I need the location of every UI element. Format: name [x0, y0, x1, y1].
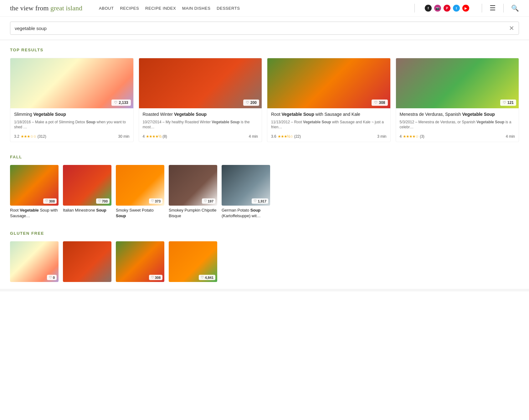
top-card-2-title-bold: Vegetable Soup — [174, 112, 207, 117]
gluten-heart-icon-4: ♡ — [201, 275, 204, 279]
menu-button[interactable]: ☰ — [490, 4, 496, 12]
fall-title: FALL — [10, 155, 519, 159]
top-card-1-body: Slimming Vegetable Soup 1/18/2016 – Make… — [10, 108, 133, 142]
youtube-icon[interactable]: ▶ — [462, 5, 469, 12]
top-card-1-date: 1/18/2016 – — [14, 120, 35, 124]
heart-icon-1: ♡ — [114, 100, 117, 105]
fall-card-1[interactable]: ♡ 308 Root Vegetable Soup with Sausage… — [10, 165, 59, 218]
top-card-3-stars: ★★★½☆ — [278, 134, 293, 139]
social-icons: f 📷 P t ▶ — [425, 5, 469, 12]
top-card-4[interactable]: ♡ 121 Menestra de Verduras, Spanish Vege… — [396, 58, 519, 142]
gluten-card-4[interactable]: ♡ 4,841 — [169, 241, 217, 284]
top-card-1[interactable]: ♡ 2,133 Slimming Vegetable Soup 1/18/201… — [10, 58, 134, 142]
nav-about[interactable]: ABOUT — [99, 6, 114, 11]
top-results-grid: ♡ 2,133 Slimming Vegetable Soup 1/18/201… — [10, 58, 519, 142]
site-logo[interactable]: the view from great island — [10, 4, 91, 12]
gluten-card-1[interactable]: ♡ 0 — [10, 241, 59, 284]
top-card-3-image: ♡ 308 — [267, 58, 390, 108]
search-button[interactable]: 🔍 — [511, 4, 519, 12]
top-card-4-rating-val: 4 — [400, 134, 402, 139]
instagram-icon[interactable]: 📷 — [434, 5, 441, 12]
nav-desserts[interactable]: DESSERTS — [217, 6, 240, 11]
top-card-4-heart[interactable]: ♡ 121 — [500, 100, 516, 106]
top-card-2-review-count: (8) — [162, 134, 167, 139]
gluten-card-3[interactable]: ♡ 308 — [116, 241, 164, 284]
facebook-icon[interactable]: f — [425, 5, 432, 12]
header-divider — [482, 4, 482, 13]
fall-grid: ♡ 308 Root Vegetable Soup with Sausage… … — [10, 165, 519, 218]
top-card-1-rating: 3.2 ★★★☆☆ (312) — [14, 134, 46, 139]
fall-heart-icon-2: ♡ — [98, 199, 101, 203]
twitter-icon[interactable]: t — [453, 5, 460, 12]
gluten-card-2-image — [63, 241, 111, 282]
top-card-3-heart[interactable]: ♡ 308 — [372, 100, 388, 106]
top-card-2-count: 200 — [250, 100, 257, 105]
top-card-4-rating: 4 ★★★★☆ (3) — [400, 134, 424, 139]
top-card-2-title: Roasted Winter Vegetable Soup — [143, 111, 258, 118]
top-card-4-stars: ★★★★☆ — [403, 134, 419, 139]
fall-card-1-heart[interactable]: ♡ 308 — [43, 198, 57, 204]
top-card-2-heart[interactable]: ♡ 200 — [243, 100, 259, 106]
clear-search-button[interactable]: ✕ — [509, 24, 514, 32]
fall-card-3[interactable]: ♡ 373 Smoky Sweet Potato Soup — [116, 165, 164, 218]
top-card-2-body: Roasted Winter Vegetable Soup 10/27/2014… — [139, 108, 262, 142]
fall-card-5-heart[interactable]: ♡ 1,917 — [252, 198, 268, 204]
top-card-4-image: ♡ 121 — [396, 58, 519, 108]
top-card-3-count: 308 — [379, 100, 385, 105]
nav-recipe-index[interactable]: RECIPE INDEX — [145, 6, 176, 11]
nav-recipes[interactable]: RECIPES — [120, 6, 139, 11]
fall-card-2[interactable]: ♡ 700 Italian Minestrone Soup — [63, 165, 111, 218]
gluten-card-1-heart[interactable]: ♡ 0 — [47, 275, 57, 280]
fall-card-5-count: 1,917 — [258, 199, 266, 203]
top-card-3[interactable]: ♡ 308 Root Vegetable Soup with Sausage a… — [267, 58, 391, 142]
search-bar: ✕ — [10, 22, 519, 35]
nav-main-dishes[interactable]: MAIN DISHES — [182, 6, 210, 11]
fall-card-4-title: Smokey Pumpkin Chipotle Bisque — [169, 207, 217, 218]
fall-card-4-heart[interactable]: ♡ 197 — [202, 198, 215, 204]
fall-card-3-image: ♡ 373 — [116, 165, 164, 206]
fall-section: FALL ♡ 308 Root Vegetable Soup with Saus… — [0, 147, 529, 223]
pinterest-icon[interactable]: P — [444, 5, 450, 12]
fall-card-2-title: Italian Minestrone Soup — [63, 207, 111, 213]
top-card-3-body: Root Vegetable Soup with Sausage and Kal… — [267, 108, 390, 142]
fall-heart-icon-3: ♡ — [151, 199, 154, 203]
header-divider2 — [503, 4, 504, 13]
fall-card-3-heart[interactable]: ♡ 373 — [149, 198, 162, 204]
fall-card-1-title: Root Vegetable Soup with Sausage… — [10, 207, 59, 218]
menu-icon: ☰ — [490, 4, 496, 12]
top-card-4-desc: 5/3/2012 – Menestra de Verduras, or Span… — [400, 120, 515, 130]
fall-card-1-image: ♡ 308 — [10, 165, 59, 206]
nav-divider — [414, 4, 415, 13]
gluten-card-3-heart[interactable]: ♡ 308 — [149, 275, 162, 280]
top-card-1-footer: 3.2 ★★★☆☆ (312) 30 min — [14, 134, 130, 139]
search-bar-wrapper: ✕ — [0, 17, 529, 40]
fall-card-2-heart[interactable]: ♡ 700 — [96, 198, 110, 204]
fall-card-5[interactable]: ♡ 1,917 German Potato Soup (Kartoffelsup… — [222, 165, 270, 218]
top-card-4-footer: 4 ★★★★☆ (3) 4 min — [400, 134, 515, 139]
fall-card-2-image: ♡ 700 — [63, 165, 111, 206]
top-card-3-review-count: (22) — [294, 134, 301, 139]
gluten-free-title: GLUTEN FREE — [10, 231, 519, 236]
top-card-4-count: 121 — [507, 100, 514, 105]
fall-card-1-count: 308 — [49, 199, 55, 203]
gluten-card-4-heart[interactable]: ♡ 4,841 — [199, 275, 215, 280]
top-card-1-rating-val: 3.2 — [14, 134, 19, 139]
top-card-3-rating-val: 3.6 — [271, 134, 276, 139]
logo-text-2: great island — [50, 4, 82, 12]
gluten-card-2[interactable] — [63, 241, 111, 284]
search-input[interactable] — [15, 26, 506, 31]
top-card-1-heart[interactable]: ♡ 2,133 — [111, 100, 131, 106]
top-card-1-title: Slimming Vegetable Soup — [14, 111, 130, 118]
top-card-2-rating-val: 4 — [143, 134, 145, 139]
fall-heart-icon-4: ♡ — [204, 199, 207, 203]
top-results-title: TOP RESULTS — [10, 48, 519, 52]
gluten-card-2-img — [63, 241, 111, 282]
top-card-1-stars: ★★★☆☆ — [21, 134, 36, 139]
fall-heart-icon-5: ♡ — [254, 199, 257, 203]
fall-card-4[interactable]: ♡ 197 Smokey Pumpkin Chipotle Bisque — [169, 165, 217, 218]
main-nav: ABOUT RECIPES RECIPE INDEX MAIN DISHES D… — [99, 6, 404, 11]
top-card-1-image: ♡ 2,133 — [10, 58, 133, 108]
top-card-1-desc: 1/18/2016 – Make a pot of Slimming Detox… — [14, 120, 130, 130]
top-card-3-time: 3 min — [377, 134, 386, 139]
top-card-2[interactable]: ♡ 200 Roasted Winter Vegetable Soup 10/2… — [139, 58, 262, 142]
